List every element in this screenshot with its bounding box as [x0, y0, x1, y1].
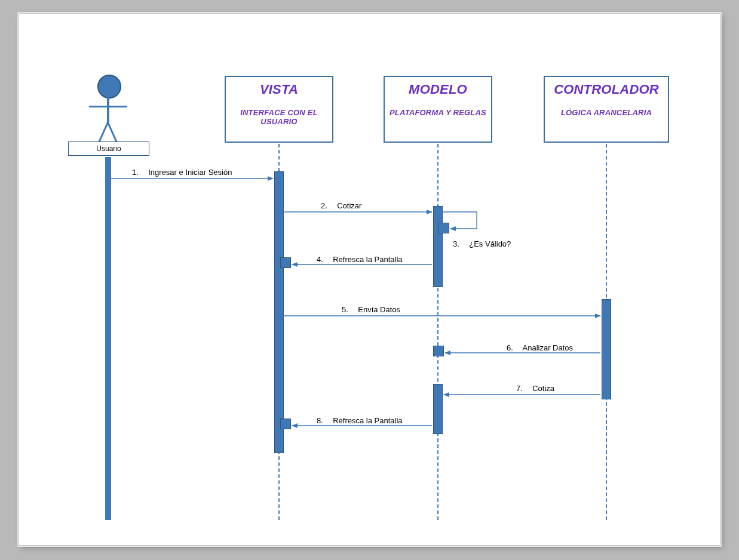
participant-controlador-title: CONTROLADOR [545, 82, 668, 97]
participant-controlador-subtitle: LÓGICA ARANCELARIA [545, 108, 668, 117]
message-8-label: 8. Refresca la Pantalla [317, 416, 403, 425]
message-1-label: 1. Ingresar e Iniciar Sesión [132, 168, 232, 177]
sequence-diagram-page: Usuario VISTA INTERFACE CON EL USUARIO M… [19, 13, 720, 546]
actor-leg-right-icon [98, 122, 109, 143]
exec-block-vista-refresh2 [280, 419, 291, 429]
participant-modelo-title: MODELO [385, 82, 491, 97]
participant-vista: VISTA INTERFACE CON EL USUARIO [225, 76, 333, 143]
actor-label: Usuario [68, 141, 149, 156]
exec-block-modelo-self [439, 223, 449, 233]
participant-vista-title: VISTA [226, 82, 332, 97]
activation-modelo-2 [433, 384, 443, 434]
activation-vista-main [274, 171, 284, 453]
actor-arms-icon [89, 106, 127, 107]
exec-block-modelo-analyze [433, 346, 444, 356]
actor-body-icon [107, 97, 109, 124]
message-5-label: 5. Envía Datos [342, 305, 400, 314]
lifeline-usuario [105, 157, 111, 520]
actor-head-icon [97, 75, 121, 99]
participant-modelo-subtitle: PLATAFORMA Y REGLAS [385, 108, 491, 117]
message-7-label: 7. Cotiza [516, 384, 554, 393]
message-3-label: 3. ¿Es Válido? [453, 239, 511, 248]
participant-vista-subtitle: INTERFACE CON EL USUARIO [226, 108, 332, 126]
participant-controlador: CONTROLADOR LÓGICA ARANCELARIA [544, 76, 669, 143]
exec-block-vista-refresh1 [280, 257, 291, 268]
message-6-label: 6. Analizar Datos [507, 343, 573, 352]
message-2-label: 2. Cotizar [321, 201, 361, 210]
message-4-label: 4. Refresca la Pantalla [317, 255, 403, 264]
activation-controlador [602, 299, 611, 399]
actor-leg-left-icon [107, 122, 118, 143]
activation-modelo-1 [433, 206, 443, 287]
participant-modelo: MODELO PLATAFORMA Y REGLAS [384, 76, 492, 143]
lifeline-modelo [437, 144, 439, 520]
